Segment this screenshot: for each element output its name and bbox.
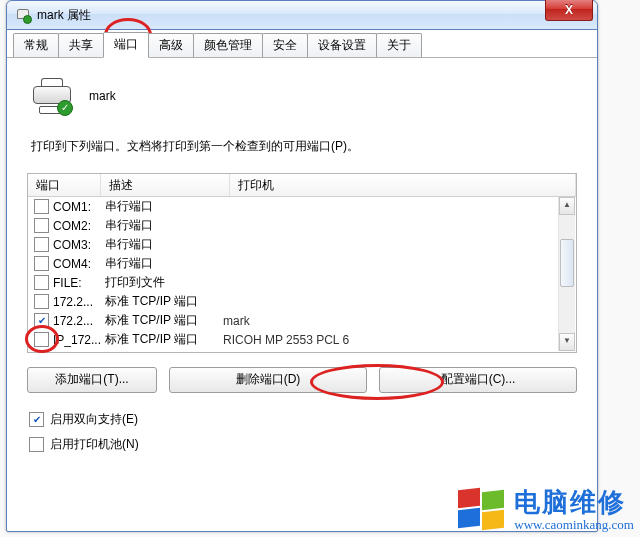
label-pool: 启用打印机池(N) — [50, 436, 139, 453]
port-buttons: 添加端口(T)... 删除端口(D) 配置端口(C)... — [27, 367, 577, 393]
port-cell-port: 172.2... — [53, 295, 105, 309]
printer-header: ✓ mark — [31, 78, 577, 114]
tab-general[interactable]: 常规 — [13, 33, 59, 57]
port-cell-desc: 打印到文件 — [105, 274, 223, 291]
tab-strip: 常规 共享 端口 高级 颜色管理 安全 设备设置 关于 — [7, 30, 597, 58]
tab-devicesettings[interactable]: 设备设置 — [307, 33, 377, 57]
port-cell-desc: 标准 TCP/IP 端口 — [105, 312, 223, 329]
printer-titlebar-icon — [15, 7, 31, 23]
delete-port-button[interactable]: 删除端口(D) — [169, 367, 367, 393]
port-checkbox[interactable] — [34, 256, 49, 271]
port-row[interactable]: FILE:打印到文件 — [28, 273, 576, 292]
port-cell-printer: mark — [223, 314, 576, 328]
port-checkbox[interactable] — [34, 294, 49, 309]
port-row[interactable]: 172.2...标准 TCP/IP 端口mark — [28, 311, 576, 330]
port-list-header: 端口 描述 打印机 — [28, 174, 576, 197]
port-cell-port: COM4: — [53, 257, 105, 271]
port-checkbox[interactable] — [34, 332, 49, 347]
add-port-button[interactable]: 添加端口(T)... — [27, 367, 157, 393]
port-checkbox[interactable] — [34, 218, 49, 233]
label-bidi: 启用双向支持(E) — [50, 411, 138, 428]
properties-window: mark 属性 X 常规 共享 端口 高级 颜色管理 安全 设备设置 关于 ✓ … — [6, 0, 598, 532]
option-printer-pool[interactable]: 启用打印机池(N) — [29, 436, 577, 453]
option-bidirectional[interactable]: 启用双向支持(E) — [29, 411, 577, 428]
port-cell-port: COM3: — [53, 238, 105, 252]
port-cell-printer: RICOH MP 2553 PCL 6 — [223, 333, 576, 347]
tab-sharing[interactable]: 共享 — [58, 33, 104, 57]
windows-flag-icon — [458, 489, 508, 533]
port-row[interactable]: COM2:串行端口 — [28, 216, 576, 235]
checkbox-bidi[interactable] — [29, 412, 44, 427]
port-cell-port: IP_172... — [53, 333, 105, 347]
checkbox-pool[interactable] — [29, 437, 44, 452]
close-button[interactable]: X — [545, 0, 593, 21]
port-row[interactable]: COM4:串行端口 — [28, 254, 576, 273]
port-cell-port: 172.2... — [53, 314, 105, 328]
port-cell-desc: 串行端口 — [105, 217, 223, 234]
port-list: 端口 描述 打印机 COM1:串行端口COM2:串行端口COM3:串行端口COM… — [27, 173, 577, 353]
port-row[interactable]: COM3:串行端口 — [28, 235, 576, 254]
port-checkbox[interactable] — [34, 275, 49, 290]
port-row[interactable]: 172.2...标准 TCP/IP 端口 — [28, 292, 576, 311]
tab-ports[interactable]: 端口 — [103, 32, 149, 58]
port-cell-desc: 标准 TCP/IP 端口 — [105, 331, 223, 348]
port-list-scrollbar[interactable]: ▲ ▼ — [558, 197, 575, 351]
port-cell-desc: 串行端口 — [105, 255, 223, 272]
scroll-down-icon[interactable]: ▼ — [559, 333, 575, 351]
tab-colormgmt[interactable]: 颜色管理 — [193, 33, 263, 57]
window-title: mark 属性 — [37, 7, 91, 24]
scroll-up-icon[interactable]: ▲ — [559, 197, 575, 215]
port-cell-desc: 串行端口 — [105, 198, 223, 215]
port-cell-desc: 标准 TCP/IP 端口 — [105, 293, 223, 310]
configure-port-button[interactable]: 配置端口(C)... — [379, 367, 577, 393]
printer-icon: ✓ — [31, 78, 71, 114]
port-checkbox[interactable] — [34, 199, 49, 214]
watermark-text: 电脑维修 — [514, 488, 634, 518]
watermark-url: www.caominkang.com — [514, 518, 634, 533]
close-icon: X — [565, 3, 573, 17]
watermark: 电脑维修 www.caominkang.com — [458, 488, 634, 533]
tab-security[interactable]: 安全 — [262, 33, 308, 57]
col-header-port[interactable]: 端口 — [28, 174, 101, 196]
printer-name: mark — [89, 89, 116, 103]
port-row[interactable]: COM1:串行端口 — [28, 197, 576, 216]
ports-description: 打印到下列端口。文档将打印到第一个检查到的可用端口(P)。 — [31, 138, 577, 155]
titlebar: mark 属性 X — [7, 1, 597, 30]
scroll-thumb[interactable] — [560, 239, 574, 287]
port-cell-port: COM1: — [53, 200, 105, 214]
tab-about[interactable]: 关于 — [376, 33, 422, 57]
port-checkbox[interactable] — [34, 313, 49, 328]
col-header-printer[interactable]: 打印机 — [230, 174, 576, 196]
tab-advanced[interactable]: 高级 — [148, 33, 194, 57]
port-cell-desc: 串行端口 — [105, 236, 223, 253]
port-cell-port: COM2: — [53, 219, 105, 233]
port-cell-port: FILE: — [53, 276, 105, 290]
col-header-desc[interactable]: 描述 — [101, 174, 230, 196]
port-checkbox[interactable] — [34, 237, 49, 252]
tab-body: ✓ mark 打印到下列端口。文档将打印到第一个检查到的可用端口(P)。 端口 … — [7, 58, 597, 477]
port-row[interactable]: IP_172...标准 TCP/IP 端口RICOH MP 2553 PCL 6 — [28, 330, 576, 349]
